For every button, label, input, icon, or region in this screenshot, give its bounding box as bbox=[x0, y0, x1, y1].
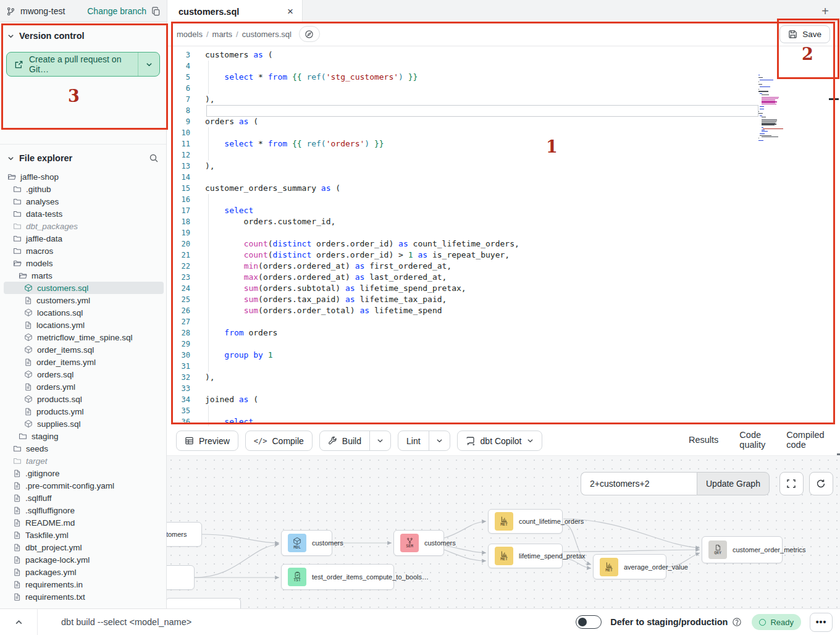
update-graph-button[interactable]: Update Graph bbox=[697, 472, 770, 495]
lineage-node-partial[interactable] bbox=[167, 598, 241, 608]
tree-item-taskfile-yml[interactable]: Taskfile.yml bbox=[4, 529, 164, 541]
more-options-button[interactable]: ••• bbox=[810, 613, 833, 632]
code-line-33[interactable]: 33 bbox=[167, 383, 840, 394]
code-line-10[interactable]: 10 bbox=[167, 127, 840, 138]
tree-item-orders-sql[interactable]: orders.sql bbox=[4, 368, 164, 381]
code-line-21[interactable]: 21 count(distinct orders.order_id) > 1 a… bbox=[167, 250, 840, 261]
code-line-7[interactable]: 7), bbox=[167, 94, 840, 105]
lineage-node-customer-order-metrics[interactable]: QRYcustomer_order_metrics bbox=[702, 536, 783, 563]
tree-item-models[interactable]: models bbox=[4, 257, 164, 269]
code-line-26[interactable]: 26 sum(orders.order_total) as lifetime_s… bbox=[167, 305, 840, 316]
code-line-24[interactable]: 24 sum(orders.subtotal) as lifetime_spen… bbox=[167, 283, 840, 294]
code-line-3[interactable]: 3customers as ( bbox=[167, 49, 840, 61]
lineage-node-orders[interactable]: orders bbox=[167, 565, 195, 590]
tree-item--gitignore[interactable]: .gitignore bbox=[4, 467, 164, 479]
code-line-16[interactable]: 16 bbox=[167, 194, 840, 205]
code-line-11[interactable]: 11 select * from {{ ref('orders') }} bbox=[167, 138, 840, 149]
preview-button[interactable]: Preview bbox=[176, 431, 238, 451]
tree-item--sqlfluffignore[interactable]: .sqlfluffignore bbox=[4, 504, 164, 516]
tree-item-packages-yml[interactable]: packages.yml bbox=[4, 566, 164, 578]
tree-item-package-lock-yml[interactable]: package-lock.yml bbox=[4, 553, 164, 566]
tree-item-jaffle-shop[interactable]: jaffle-shop bbox=[4, 170, 164, 183]
tree-item-locations-yml[interactable]: locations.yml bbox=[4, 319, 164, 331]
code-line-15[interactable]: 15customer_orders_summary as ( bbox=[167, 183, 840, 194]
tab-compiled-code[interactable]: Compiled code bbox=[778, 426, 833, 455]
lineage-node-test-order-items-compute-to-bools-[interactable]: TSTtest_order_items_compute_to_bools… bbox=[281, 564, 394, 590]
version-control-header[interactable]: Version control bbox=[0, 22, 166, 46]
lineage-node-stg-customers[interactable]: stg_customers bbox=[167, 522, 202, 547]
tree-item-analyses[interactable]: analyses bbox=[4, 195, 164, 208]
tree-item-metricflow-time-spine-sql[interactable]: metricflow_time_spine.sql bbox=[4, 331, 164, 343]
tree-item--sqlfluff[interactable]: .sqlfluff bbox=[4, 492, 164, 504]
build-button[interactable]: Build bbox=[320, 431, 369, 450]
code-line-8[interactable]: 8 bbox=[167, 105, 840, 116]
tree-item-products-sql[interactable]: products.sql bbox=[4, 393, 164, 405]
minimap[interactable] bbox=[758, 75, 813, 141]
tree-item-jaffle-data[interactable]: jaffle-data bbox=[4, 232, 164, 245]
dbt-copilot-button[interactable]: dbt Copilot bbox=[457, 431, 542, 451]
lineage-node-customers[interactable]: MDLcustomers bbox=[281, 530, 332, 556]
tree-item-requirements-in[interactable]: requirements.in bbox=[4, 578, 164, 591]
lineage-node-count-lifetime-orders[interactable]: METcount_lifetime_orders bbox=[488, 509, 563, 534]
tree-item-marts[interactable]: marts bbox=[4, 269, 164, 282]
code-line-13[interactable]: 13), bbox=[167, 161, 840, 172]
ready-status-badge[interactable]: Ready bbox=[752, 614, 801, 630]
defer-toggle[interactable] bbox=[576, 615, 602, 629]
code-line-35[interactable]: 35 bbox=[167, 405, 840, 416]
close-icon[interactable]: × bbox=[287, 6, 293, 17]
code-area[interactable]: 23customers as (45 select * from {{ ref(… bbox=[167, 46, 840, 426]
code-line-32[interactable]: 32), bbox=[167, 372, 840, 383]
tab-lineage[interactable]: Lineage bbox=[837, 426, 840, 455]
command-input[interactable]: dbt build --select <model_name> bbox=[61, 617, 191, 627]
code-line-4[interactable]: 4 bbox=[167, 61, 840, 72]
code-line-14[interactable]: 14 bbox=[167, 172, 840, 183]
tree-item-order-items-sql[interactable]: order_items.sql bbox=[4, 343, 164, 356]
tree-item--github[interactable]: .github bbox=[4, 183, 164, 195]
file-explorer-header[interactable]: File explorer bbox=[0, 145, 166, 168]
code-line-19[interactable]: 19 bbox=[167, 227, 840, 238]
compile-button[interactable]: </> Compile bbox=[245, 431, 313, 451]
code-line-20[interactable]: 20 count(distinct orders.order_id) as co… bbox=[167, 238, 840, 250]
tab-results[interactable]: Results bbox=[680, 426, 727, 455]
expand-console-icon[interactable] bbox=[0, 618, 37, 626]
tree-item-products-yml[interactable]: products.yml bbox=[4, 405, 164, 418]
code-line-30[interactable]: 30 group by 1 bbox=[167, 350, 840, 361]
lineage-selector-input[interactable]: 2+customers+2 bbox=[581, 472, 697, 495]
tree-item-orders-yml[interactable]: orders.yml bbox=[4, 381, 164, 393]
save-button[interactable]: Save bbox=[779, 25, 830, 43]
fullscreen-icon[interactable] bbox=[779, 472, 804, 495]
tree-item-staging[interactable]: staging bbox=[4, 430, 164, 442]
tree-item-customers-yml[interactable]: customers.yml bbox=[4, 294, 164, 306]
lineage-node-average-order-value[interactable]: METaverage_order_value bbox=[593, 554, 666, 579]
lint-dropdown-caret[interactable] bbox=[429, 431, 450, 450]
lineage-panel[interactable]: stg_customersordersMDLcustomersTSTtest_o… bbox=[167, 456, 840, 608]
help-icon[interactable] bbox=[732, 617, 742, 627]
tree-item-requirements-txt[interactable]: requirements.txt bbox=[4, 591, 164, 603]
code-line-17[interactable]: 17 select bbox=[167, 205, 840, 216]
code-line-25[interactable]: 25 sum(orders.tax_paid) as lifetime_tax_… bbox=[167, 294, 840, 305]
tree-item-customers-sql[interactable]: customers.sql bbox=[4, 282, 164, 294]
tree-item-locations-sql[interactable]: locations.sql bbox=[4, 306, 164, 319]
code-line-12[interactable]: 12 bbox=[167, 149, 840, 161]
tree-item-supplies-sql[interactable]: supplies.sql bbox=[4, 418, 164, 430]
tree-item-order-items-yml[interactable]: order_items.yml bbox=[4, 356, 164, 368]
new-tab-button[interactable]: + bbox=[818, 4, 833, 19]
tree-item-macros[interactable]: macros bbox=[4, 245, 164, 257]
code-line-9[interactable]: 9orders as ( bbox=[167, 116, 840, 127]
code-line-34[interactable]: 34joined as ( bbox=[167, 394, 840, 405]
search-icon[interactable] bbox=[149, 153, 159, 163]
lint-button[interactable]: Lint bbox=[398, 431, 429, 450]
code-line-29[interactable]: 29 bbox=[167, 339, 840, 350]
tree-item-data-tests[interactable]: data-tests bbox=[4, 208, 164, 220]
code-line-5[interactable]: 5 select * from {{ ref('stg_customers') … bbox=[167, 72, 840, 83]
tab-customers-sql[interactable]: customers.sql × bbox=[167, 0, 303, 23]
code-line-31[interactable]: 31 bbox=[167, 361, 840, 372]
tab-code-quality[interactable]: Code quality bbox=[731, 426, 774, 455]
code-line-36[interactable]: 36 select bbox=[167, 416, 840, 426]
lineage-node-customers[interactable]: SEMcustomers bbox=[393, 530, 444, 556]
code-line-6[interactable]: 6 bbox=[167, 83, 840, 94]
code-line-27[interactable]: 27 bbox=[167, 316, 840, 327]
tree-item-readme-md[interactable]: README.md bbox=[4, 516, 164, 529]
tree-item-dbt-project-yml[interactable]: dbt_project.yml bbox=[4, 541, 164, 553]
tree-item--pre-commit-config-yaml[interactable]: .pre-commit-config.yaml bbox=[4, 479, 164, 492]
